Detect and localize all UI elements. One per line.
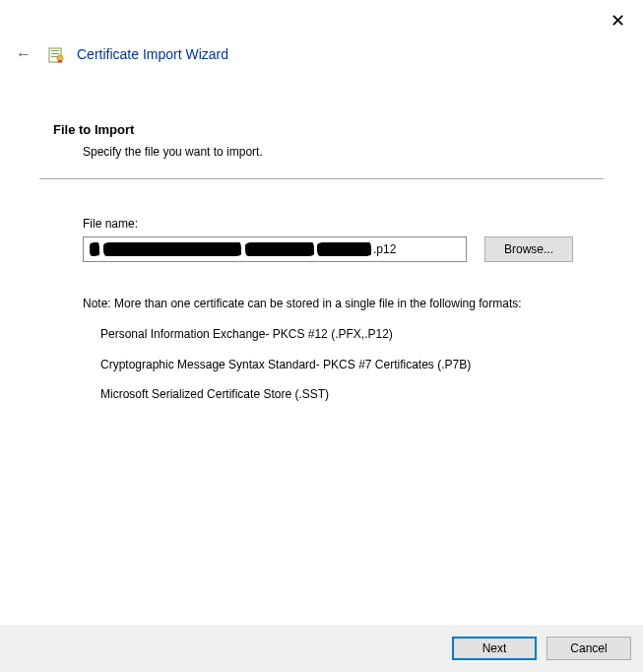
next-button[interactable]: Next: [452, 637, 537, 660]
section-subheading: Specify the file you want to import.: [83, 145, 604, 159]
certificate-icon: [47, 45, 65, 63]
file-row: .p12 Browse...: [83, 236, 604, 262]
filename-suffix: .p12: [373, 242, 396, 256]
note-item: Microsoft Serialized Certificate Store (…: [100, 386, 604, 403]
browse-button[interactable]: Browse...: [484, 236, 573, 262]
redacted-text: [317, 242, 371, 256]
svg-rect-1: [51, 50, 59, 51]
svg-rect-2: [51, 53, 59, 54]
filename-input[interactable]: .p12: [83, 236, 467, 262]
redacted-text: [103, 242, 241, 256]
close-button[interactable]: ✕: [607, 8, 629, 34]
note-block: Note: More than one certificate can be s…: [83, 296, 604, 403]
redacted-text: [90, 242, 99, 256]
filename-label: File name:: [83, 217, 604, 231]
back-button[interactable]: ←: [12, 43, 35, 65]
note-item: Cryptographic Message Syntax Standard- P…: [100, 357, 604, 373]
footer-bar: Next Cancel: [0, 625, 643, 672]
redacted-text: [245, 242, 314, 256]
wizard-title: Certificate Import Wizard: [77, 46, 228, 62]
note-item: Personal Information Exchange- PKCS #12 …: [100, 326, 604, 343]
cancel-button[interactable]: Cancel: [547, 637, 631, 660]
content-area: File to Import Specify the file you want…: [39, 122, 604, 417]
wizard-header: ← Certificate Import Wizard: [12, 43, 228, 65]
svg-rect-3: [51, 56, 57, 57]
section-heading: File to Import: [53, 122, 604, 137]
note-lead: Note: More than one certificate can be s…: [83, 296, 604, 312]
divider: [39, 178, 604, 179]
